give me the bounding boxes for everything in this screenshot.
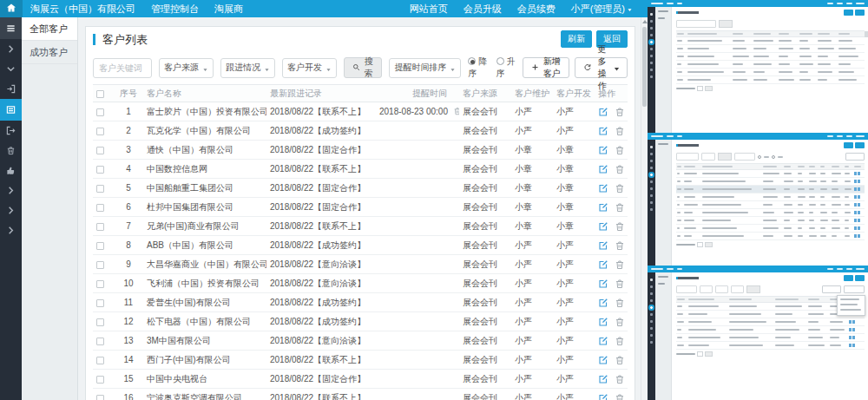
- edit-icon[interactable]: [598, 107, 608, 117]
- mini-screenshot-3[interactable]: [648, 266, 868, 400]
- row-checkbox[interactable]: [96, 223, 104, 231]
- cell-source: 展会会刊: [459, 141, 511, 160]
- row-checkbox[interactable]: [96, 318, 104, 326]
- edit-icon[interactable]: [598, 298, 608, 308]
- edit-icon[interactable]: [598, 183, 608, 193]
- sidebar-item-all-customers[interactable]: 全部客户: [22, 17, 77, 41]
- delete-icon[interactable]: [615, 107, 625, 117]
- row-checkbox[interactable]: [96, 261, 104, 269]
- rail-item[interactable]: [0, 79, 22, 99]
- cell-developer: 小严: [553, 389, 595, 400]
- header-follow-record: 最新跟进记录: [266, 85, 376, 102]
- user-menu[interactable]: 小严(管理员): [563, 0, 641, 17]
- row-checkbox[interactable]: [96, 108, 104, 116]
- home-button[interactable]: [0, 0, 23, 17]
- edit-icon[interactable]: [598, 393, 608, 400]
- edit-icon[interactable]: [598, 317, 608, 327]
- search-button[interactable]: 搜索: [344, 57, 382, 78]
- keyword-input[interactable]: [93, 58, 152, 78]
- edit-icon[interactable]: [598, 355, 608, 365]
- edit-icon[interactable]: [598, 374, 608, 384]
- select-all-checkbox[interactable]: [96, 90, 104, 98]
- sort-desc-radio[interactable]: 降序: [468, 56, 487, 80]
- edit-icon[interactable]: [598, 336, 608, 346]
- rail-item[interactable]: [0, 39, 22, 59]
- edit-icon[interactable]: [598, 126, 608, 136]
- delete-icon[interactable]: [615, 355, 625, 365]
- delete-icon[interactable]: [615, 336, 625, 346]
- more-actions-button[interactable]: 更多操作: [575, 57, 628, 78]
- sidebar-item-success-customers[interactable]: 成功客户: [22, 41, 77, 64]
- scrollbar-thumb[interactable]: [642, 27, 647, 107]
- add-customer-button[interactable]: 新增客户: [523, 57, 569, 78]
- row-checkbox[interactable]: [96, 357, 104, 364]
- remind-sort-select[interactable]: 提醒时间排序: [389, 58, 461, 78]
- edit-icon[interactable]: [598, 279, 608, 289]
- row-checkbox[interactable]: [96, 299, 104, 307]
- delete-icon[interactable]: [615, 393, 625, 400]
- row-checkbox[interactable]: [96, 128, 104, 135]
- topbar-item[interactable]: 淘展云（中国）有限公司: [23, 0, 143, 17]
- cell-index: 12: [114, 312, 143, 331]
- delete-icon[interactable]: [615, 126, 625, 136]
- content-scrollbar[interactable]: [641, 17, 648, 400]
- topbar-item[interactable]: 会员升级: [456, 0, 510, 17]
- delete-icon[interactable]: [615, 202, 625, 213]
- develop-select[interactable]: 客户开发: [282, 58, 337, 78]
- edit-icon[interactable]: [598, 221, 608, 232]
- mini-icon-rail: [648, 7, 655, 133]
- sort-asc-radio[interactable]: 升序: [496, 56, 516, 80]
- edit-icon[interactable]: [598, 240, 608, 251]
- delete-icon[interactable]: [615, 298, 625, 308]
- cell-follow-record: 2018/08/22【固定合作】: [266, 198, 376, 217]
- row-checkbox[interactable]: [96, 185, 104, 193]
- edit-icon[interactable]: [598, 202, 608, 213]
- delete-icon[interactable]: [615, 240, 625, 251]
- rail-item[interactable]: [0, 180, 22, 200]
- follow-status-select[interactable]: 跟进情况: [220, 58, 275, 78]
- delete-icon[interactable]: [615, 259, 625, 270]
- rail-item[interactable]: [0, 99, 22, 121]
- row-checkbox[interactable]: [96, 147, 104, 154]
- row-checkbox[interactable]: [96, 395, 104, 400]
- customer-list-panel: 客户列表 刷新 返回 客户来源 跟进情况 客户开发: [85, 26, 635, 400]
- source-select[interactable]: 客户来源: [159, 58, 214, 78]
- rail-item[interactable]: [0, 220, 22, 240]
- delete-icon[interactable]: [615, 145, 625, 155]
- delete-icon[interactable]: [615, 317, 625, 327]
- mini-screenshot-2[interactable]: [648, 133, 868, 266]
- rail-item[interactable]: [0, 141, 22, 161]
- delete-icon[interactable]: [615, 183, 625, 193]
- edit-icon[interactable]: [598, 164, 608, 174]
- rail-item[interactable]: [0, 17, 22, 39]
- topbar-item[interactable]: 会员续费: [510, 0, 563, 17]
- topbar-item[interactable]: 淘展商: [207, 0, 251, 17]
- rail-item[interactable]: [0, 121, 22, 141]
- row-checkbox[interactable]: [96, 280, 104, 288]
- mini-screenshot-1[interactable]: [648, 0, 868, 133]
- chevron-right-icon: [6, 42, 16, 57]
- delete-icon[interactable]: [615, 279, 625, 289]
- edit-icon[interactable]: [598, 259, 608, 270]
- refresh-button[interactable]: 刷新: [561, 30, 592, 48]
- topbar-item[interactable]: 管理控制台: [143, 0, 207, 17]
- remind-delete-icon[interactable]: [453, 107, 459, 115]
- cell-keeper: 小章: [511, 141, 553, 160]
- row-checkbox[interactable]: [96, 166, 104, 174]
- row-checkbox[interactable]: [96, 204, 104, 212]
- row-checkbox[interactable]: [96, 338, 104, 345]
- rail-item[interactable]: [0, 200, 22, 220]
- header-remind-time: 提醒时间: [376, 85, 459, 102]
- delete-icon[interactable]: [615, 221, 625, 232]
- edit-icon[interactable]: [598, 145, 608, 155]
- cell-source: 展会会刊: [459, 160, 511, 179]
- cell-follow-record: 2018/08/22【固定合作】: [266, 370, 376, 389]
- rail-item[interactable]: [0, 59, 22, 79]
- delete-icon[interactable]: [615, 374, 625, 384]
- delete-icon[interactable]: [615, 164, 625, 174]
- row-checkbox[interactable]: [96, 242, 104, 250]
- row-checkbox[interactable]: [96, 376, 104, 384]
- rail-item[interactable]: [0, 161, 22, 180]
- topbar-item[interactable]: 网站首页: [402, 0, 456, 17]
- scrollbar-up-icon[interactable]: [641, 17, 648, 25]
